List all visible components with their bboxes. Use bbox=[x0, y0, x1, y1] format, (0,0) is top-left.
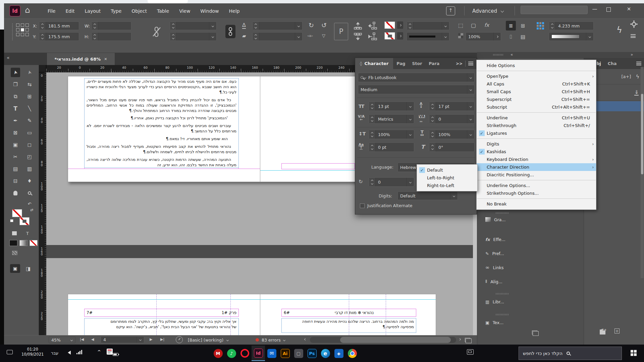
tab-paragraph[interactable]: Para bbox=[425, 61, 443, 66]
chevron-right-icon[interactable] bbox=[493, 33, 501, 41]
apply-none-swatch[interactable] bbox=[30, 240, 38, 246]
panel-button-gradient[interactable]: Gra... bbox=[485, 215, 526, 224]
menu-item-kashidas[interactable]: ✓Kashidas bbox=[477, 148, 596, 156]
stroke-swatch-none[interactable] bbox=[384, 32, 395, 40]
shape-alt-tool-icon[interactable]: ◻ bbox=[25, 140, 34, 149]
scale-x-stepper[interactable] bbox=[170, 22, 177, 30]
running-header-right[interactable]: נהוראי ✻ מוות דו קרבי 6# bbox=[281, 309, 416, 317]
chevron-down-icon[interactable] bbox=[295, 22, 302, 30]
rotate-cw-button[interactable]: ↻ bbox=[309, 21, 314, 29]
constrain-wh-broken-link-icon[interactable] bbox=[152, 26, 162, 39]
menu-item-underline-options[interactable]: Underline Options... bbox=[477, 182, 596, 189]
chevron-down-icon[interactable] bbox=[467, 73, 474, 82]
menu-item-opentype[interactable]: OpenType› bbox=[477, 72, 596, 80]
scissors-tool-icon[interactable]: ✂ bbox=[11, 152, 20, 162]
line-tool-icon[interactable]: ╲ bbox=[25, 104, 34, 113]
taskbar-search[interactable]: הקלד כאן כדי לחפש bbox=[519, 347, 622, 360]
hscale-stepper[interactable] bbox=[429, 130, 436, 139]
x-field[interactable]: 181.5 mm bbox=[39, 21, 79, 30]
flip-horizontal-button[interactable]: ◅▻ bbox=[307, 34, 313, 38]
type-tool-icon[interactable]: T bbox=[11, 104, 20, 113]
chevron-down-icon[interactable] bbox=[467, 115, 474, 123]
leading-stepper[interactable] bbox=[429, 102, 436, 111]
panel-button-align[interactable]: ⫴ Alig... bbox=[485, 277, 526, 286]
free-transform-tool-icon[interactable]: ◰ bbox=[25, 152, 34, 162]
pencil-tool-icon[interactable]: ✎ bbox=[25, 116, 34, 125]
wrap-jump-button[interactable]: ▤ bbox=[518, 32, 528, 42]
paragraph-style-icon[interactable]: ¶* bbox=[601, 328, 606, 333]
kerning-field[interactable]: Metrics bbox=[369, 114, 414, 124]
zoom-tool-icon[interactable] bbox=[25, 188, 34, 198]
shape-tool-icon[interactable]: ▣ bbox=[11, 140, 20, 149]
scale-y-field[interactable] bbox=[170, 32, 217, 41]
news-widget-icon[interactable] bbox=[107, 349, 113, 355]
rotate-ccw-button[interactable]: ↺ bbox=[321, 21, 327, 29]
chevron-down-icon[interactable] bbox=[209, 33, 216, 41]
menu-item-all-caps[interactable]: All CapsCtrl+Shift+K bbox=[477, 80, 596, 88]
preflight-profile-dropdown[interactable]: [Basic] (working) bbox=[188, 337, 228, 343]
double-arrow-icon[interactable]: >> bbox=[456, 61, 463, 66]
tracking-field[interactable]: 0 bbox=[429, 114, 475, 124]
task-view-icon[interactable] bbox=[467, 349, 474, 355]
chevron-down-icon[interactable] bbox=[442, 22, 449, 30]
ruler-origin-box[interactable] bbox=[39, 65, 46, 72]
baseline-stepper[interactable] bbox=[369, 143, 376, 152]
split-window-icon[interactable] bbox=[465, 338, 470, 342]
workspace-switcher[interactable]: Advanced bbox=[472, 3, 503, 18]
menu-item-small-caps[interactable]: Small CapsCtrl+Shift+H bbox=[477, 88, 596, 96]
vscale-stepper[interactable] bbox=[369, 130, 376, 139]
menu-item-hide-options[interactable]: Hide Options bbox=[477, 62, 596, 69]
apply-gradient-swatch[interactable] bbox=[19, 240, 28, 246]
reference-point-proxy[interactable] bbox=[16, 23, 29, 36]
tray-expand-caret[interactable]: ^ bbox=[97, 349, 101, 354]
chevron-down-icon[interactable] bbox=[295, 33, 302, 41]
tab-pages[interactable]: Pag bbox=[393, 61, 409, 66]
baseline-shift-field[interactable]: 0 pt bbox=[369, 142, 414, 152]
start-button[interactable] bbox=[631, 350, 637, 356]
fill-swatch-none[interactable] bbox=[384, 21, 395, 29]
chevron-down-icon[interactable] bbox=[407, 178, 414, 186]
panel-button-effects[interactable]: fx Effe... bbox=[485, 235, 526, 244]
first-page-button[interactable]: |◀ bbox=[80, 337, 84, 342]
justification-alternate-checkbox[interactable] bbox=[360, 203, 365, 208]
dock-scrollbar[interactable] bbox=[641, 67, 644, 278]
new-window-icon[interactable] bbox=[532, 330, 537, 335]
taskbar-app-mail[interactable]: ✉ bbox=[265, 346, 278, 361]
menu-item-digits[interactable]: Digits› bbox=[477, 140, 596, 148]
wrap-none-button[interactable]: ≣ bbox=[506, 21, 516, 31]
submenu-item-right-to-left[interactable]: Right-to-Left bbox=[417, 182, 477, 189]
share-icon[interactable]: ↑ bbox=[446, 6, 455, 15]
menu-table[interactable]: Table bbox=[157, 8, 169, 14]
document-tab[interactable]: *נהוראי.indd @ 68% ✕ bbox=[47, 53, 115, 65]
styles-panel-menu-icon[interactable] bbox=[636, 62, 644, 65]
taskbar-app-illustrator[interactable]: Ai bbox=[278, 346, 292, 361]
gradient-swatch-tool-icon[interactable]: ▤ bbox=[11, 164, 20, 174]
w-stepper[interactable] bbox=[92, 22, 98, 30]
digits-dropdown[interactable]: Default bbox=[397, 191, 458, 200]
gear-icon[interactable] bbox=[630, 20, 638, 29]
home-icon[interactable]: ⌂ bbox=[25, 5, 30, 15]
close-tab-icon[interactable]: ✕ bbox=[104, 57, 107, 61]
effects-fx-icon[interactable]: fx bbox=[484, 22, 489, 28]
font-size-stepper[interactable] bbox=[369, 102, 376, 111]
menu-item-superscript[interactable]: SuperscriptCtrl+Shift+= bbox=[477, 96, 596, 103]
leading-field[interactable]: 17 pt bbox=[429, 102, 475, 111]
shear-stepper[interactable] bbox=[253, 22, 259, 30]
text-frame-main[interactable]: כעס. אם אדם היה מעיף מבט מהיר על הקבוצה … bbox=[84, 78, 239, 168]
control-panel-grip[interactable] bbox=[12, 23, 13, 40]
stroke-weight-stepper[interactable] bbox=[407, 22, 414, 30]
font-family-dropdown[interactable]: Fb LotusBook bbox=[358, 73, 475, 82]
w-field[interactable] bbox=[91, 21, 131, 30]
taskbar-app-indesign[interactable]: Id bbox=[252, 346, 265, 361]
menu-edit[interactable]: Edit bbox=[65, 8, 74, 14]
menu-item-ligatures[interactable]: ✓Ligatures bbox=[477, 129, 596, 137]
chevron-down-icon[interactable] bbox=[137, 337, 144, 343]
rotate-angle-field[interactable] bbox=[252, 32, 303, 41]
menu-file[interactable]: File bbox=[48, 8, 55, 14]
kerning-stepper[interactable] bbox=[369, 115, 376, 123]
create-new-icon[interactable]: + bbox=[614, 328, 620, 334]
content-collector-tool-icon[interactable]: ⧉ bbox=[11, 92, 20, 101]
maximize-button[interactable] bbox=[606, 7, 611, 12]
corner-radius-field[interactable]: 4.233 mm bbox=[549, 21, 594, 30]
menu-view[interactable]: View bbox=[179, 8, 190, 14]
